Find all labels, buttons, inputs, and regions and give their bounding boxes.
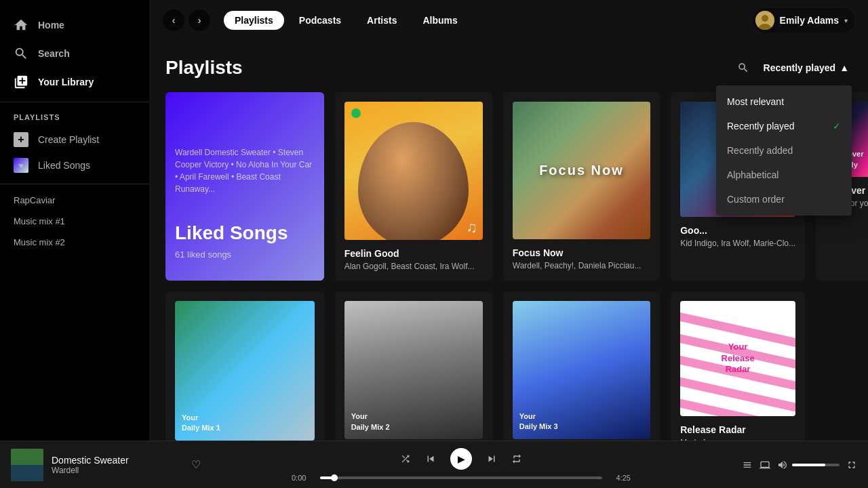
heart-icon: ♥ xyxy=(14,158,28,173)
now-playing: Domestic Sweater Wardell ♡ xyxy=(11,449,201,481)
sidebar-library-label: Your Library xyxy=(38,77,94,87)
sidebar-item-liked-songs[interactable]: ♥ Liked Songs xyxy=(0,152,149,178)
like-button[interactable]: ♡ xyxy=(191,458,201,471)
create-playlist-label: Create Playlist xyxy=(38,134,99,145)
daily-mix-2-img-label: YourDaily Mix 2 xyxy=(351,411,390,432)
sort-option-label: Custom order xyxy=(727,194,785,205)
sort-button[interactable]: Recently played ▲ xyxy=(761,58,852,77)
device-button[interactable] xyxy=(760,460,770,470)
fullscreen-button[interactable] xyxy=(846,460,857,470)
sidebar-item-search[interactable]: Search xyxy=(0,39,149,68)
sidebar-item-musicmix1[interactable]: Music mix #1 xyxy=(0,211,149,232)
volume-track[interactable] xyxy=(792,464,840,466)
album-thumbnail xyxy=(11,449,43,481)
good-title: Goo... xyxy=(680,225,795,236)
release-radar-title: Release Radar xyxy=(680,424,795,435)
sidebar-item-library[interactable]: Your Library xyxy=(0,68,149,96)
player-bar: Domestic Sweater Wardell ♡ ▶ 0:00 xyxy=(0,441,868,488)
feelin-good-title: Feelin Good xyxy=(344,248,483,259)
release-radar-image: YourReleaseRadar xyxy=(680,301,795,416)
next-button[interactable] xyxy=(486,453,498,465)
card-daily-mix-2[interactable]: YourDaily Mix 2 Daily Mix 2 The Serious … xyxy=(335,291,492,441)
card-liked-songs[interactable]: Wardell Domestic Sweater • Steven Cooper… xyxy=(165,92,324,281)
liked-songs-description: Wardell Domestic Sweater • Steven Cooper… xyxy=(175,146,315,195)
nav-tabs: Playlists Podcasts Artists Albums xyxy=(224,11,469,30)
spotify-dot xyxy=(351,108,361,118)
sidebar-item-musicmix2[interactable]: Music mix #2 xyxy=(0,232,149,253)
volume-icon[interactable] xyxy=(777,460,788,470)
home-icon xyxy=(14,18,28,33)
volume-control xyxy=(777,460,840,470)
liked-songs-title: Liked Songs xyxy=(175,222,315,244)
player-controls: ▶ 0:00 4:25 xyxy=(209,448,713,482)
current-time: 0:00 xyxy=(292,474,313,482)
sort-option-label: Recently played xyxy=(727,121,795,131)
queue-button[interactable] xyxy=(742,460,753,470)
sort-option-alphabetical[interactable]: Alphabetical xyxy=(716,163,852,187)
tab-playlists[interactable]: Playlists xyxy=(224,11,284,30)
forward-button[interactable]: › xyxy=(189,9,210,31)
content-header: Playlists Recently played ▲ Most relevan… xyxy=(165,57,852,79)
user-profile-button[interactable]: Emily Adams ▾ xyxy=(753,8,854,33)
nav-arrows: ‹ › xyxy=(163,9,210,31)
tab-podcasts[interactable]: Podcasts xyxy=(288,11,352,30)
svg-rect-9 xyxy=(11,449,43,465)
progress-fill xyxy=(320,476,334,479)
musicmix1-label: Music mix #1 xyxy=(14,216,65,226)
daily-mix-1-img-label: YourDaily Mix 1 xyxy=(182,413,220,434)
page-title: Playlists xyxy=(165,57,243,79)
sort-option-most-relevant[interactable]: Most relevant xyxy=(716,89,852,114)
sort-current-label: Recently played xyxy=(764,62,836,73)
tab-artists[interactable]: Artists xyxy=(356,11,408,30)
library-icon xyxy=(14,75,28,89)
feelin-good-subtitle: Alan Gogoll, Beast Coast, Ira Wolf... xyxy=(344,262,483,271)
plus-icon: + xyxy=(14,132,28,147)
sort-option-custom-order[interactable]: Custom order xyxy=(716,187,852,211)
sidebar-item-rapcaviar[interactable]: RapCaviar xyxy=(0,190,149,211)
sort-option-label: Most relevant xyxy=(727,96,784,107)
tab-albums[interactable]: Albums xyxy=(412,11,468,30)
progress-bar: 0:00 4:25 xyxy=(292,474,631,482)
back-button[interactable]: ‹ xyxy=(163,9,184,31)
sort-area: Recently played ▲ Most relevant Recently… xyxy=(732,57,852,79)
focus-now-subtitle: Wardell, Peachy!, Daniela Picciau... xyxy=(513,261,650,270)
track-info: Domestic Sweater Wardell xyxy=(52,455,183,475)
feelin-good-image: ♫ xyxy=(344,102,483,240)
previous-button[interactable] xyxy=(425,453,437,465)
sort-option-recently-added[interactable]: Recently added xyxy=(716,138,852,163)
svg-rect-10 xyxy=(11,465,43,481)
daily-mix-1-image: YourDaily Mix 1 xyxy=(175,301,315,441)
total-time: 4:25 xyxy=(609,474,631,482)
repeat-button[interactable] xyxy=(511,453,522,464)
create-playlist-button[interactable]: + Create Playlist xyxy=(0,127,149,152)
control-buttons: ▶ xyxy=(400,448,522,470)
sidebar-item-home[interactable]: Home xyxy=(0,11,149,39)
sidebar: Home Search Your Library PLAYLISTS + Cre… xyxy=(0,0,149,441)
card-daily-mix-1[interactable]: YourDaily Mix 1 Daily Mix 1 Gene Evaro J… xyxy=(165,291,324,441)
shuffle-button[interactable] xyxy=(400,453,411,464)
musicmix2-label: Music mix #2 xyxy=(14,237,65,247)
main-content: Playlists Recently played ▲ Most relevan… xyxy=(149,41,868,441)
liked-songs-count: 61 liked songs xyxy=(175,249,315,260)
sort-option-label: Recently added xyxy=(727,145,793,156)
daily-mix-2-image: YourDaily Mix 2 xyxy=(344,301,483,439)
progress-dot xyxy=(331,474,338,481)
svg-point-1 xyxy=(762,15,768,22)
card-daily-mix-3[interactable]: YourDaily Mix 3 Daily Mix 3 Marie-Clo, N… xyxy=(503,291,660,441)
focus-now-image: Focus Now xyxy=(513,102,650,239)
sort-option-recently-played[interactable]: Recently played ✓ xyxy=(716,114,852,138)
play-button[interactable]: ▶ xyxy=(450,448,472,470)
progress-track[interactable] xyxy=(320,476,602,479)
card-feelin-good[interactable]: ♫ Feelin Good Alan Gogoll, Beast Coast, … xyxy=(335,92,492,281)
good-subtitle: Kid Indigo, Ira Wolf, Marie-Clo... xyxy=(680,239,795,248)
focus-now-title: Focus Now xyxy=(513,247,650,258)
card-release-radar[interactable]: YourReleaseRadar Release Radar Made for … xyxy=(671,291,805,441)
sort-option-label: Alphabetical xyxy=(727,169,778,180)
content-search-button[interactable] xyxy=(732,57,754,79)
sort-dropdown: Most relevant Recently played ✓ Recently… xyxy=(716,85,852,216)
release-radar-img-label: YourReleaseRadar xyxy=(722,342,755,376)
card-focus-now[interactable]: Focus Now Focus Now Wardell, Peachy!, Da… xyxy=(503,92,660,281)
sidebar-divider xyxy=(0,102,149,102)
track-artist: Wardell xyxy=(52,466,183,475)
daily-mix-3-img-label: YourDaily Mix 3 xyxy=(519,411,558,432)
